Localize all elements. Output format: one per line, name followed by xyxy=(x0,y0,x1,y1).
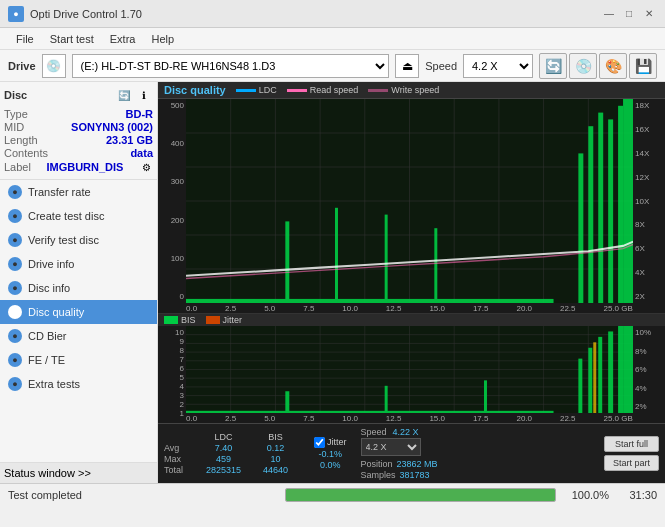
menu-extra[interactable]: Extra xyxy=(102,31,144,47)
samples-row: Samples 381783 xyxy=(361,470,438,480)
disc-refresh-icon[interactable]: 🔄 xyxy=(115,86,133,104)
svg-rect-46 xyxy=(484,380,487,413)
stats-header-row: LDC BIS xyxy=(164,432,304,442)
menu-help[interactable]: Help xyxy=(143,31,182,47)
x-20: 20.0 xyxy=(516,304,532,313)
jitter-legend: Jitter xyxy=(206,315,243,325)
bottom-chart-container: 10 9 8 7 6 5 4 3 2 1 xyxy=(158,326,665,413)
status-completed-text: Test completed xyxy=(8,489,277,501)
avg-jitter: -0.1% xyxy=(314,449,347,459)
cd-bier-icon: ● xyxy=(8,329,22,343)
svg-rect-17 xyxy=(385,215,388,303)
chart-title-bar: Disc quality LDC Read speed Write speed xyxy=(158,82,665,99)
max-bis: 10 xyxy=(253,454,298,464)
speed-position-section: Speed 4.22 X 4.2 X Position 23862 MB Sam… xyxy=(361,427,438,480)
mid-label: MID xyxy=(4,121,24,133)
speed-dropdown[interactable]: 4.2 X xyxy=(361,438,421,456)
x-2.5: 2.5 xyxy=(225,304,236,313)
status-window-button[interactable]: Status window >> xyxy=(4,467,153,479)
nav-item-disc-quality[interactable]: ● Disc quality xyxy=(0,300,157,324)
nav-item-transfer-rate[interactable]: ● Transfer rate xyxy=(0,180,157,204)
top-chart-panel: 500 400 300 200 100 0 xyxy=(158,99,665,313)
speed-label: Speed xyxy=(361,427,387,437)
jitter-section: Jitter -0.1% 0.0% xyxy=(314,437,347,471)
top-y-right: 18X 16X 14X 12X 10X 8X 6X 4X 2X xyxy=(633,99,665,303)
position-row: Position 23862 MB xyxy=(361,459,438,469)
start-part-button[interactable]: Start part xyxy=(604,455,659,471)
legend-write-speed: Write speed xyxy=(368,85,439,95)
max-jitter: 0.0% xyxy=(314,460,347,470)
bottom-chart-plot xyxy=(186,326,633,413)
y-0: 0 xyxy=(158,292,184,301)
menu-file[interactable]: File xyxy=(8,31,42,47)
toolbar-icons: 🔄 💿 🎨 💾 xyxy=(539,53,657,79)
x-10: 10.0 xyxy=(342,304,358,313)
svg-rect-48 xyxy=(588,348,592,413)
save-icon[interactable]: 💾 xyxy=(629,53,657,79)
disc-info-icon: ● xyxy=(8,281,22,295)
eject-button[interactable]: ⏏ xyxy=(395,54,419,78)
nav-label-verify-test-disc: Verify test disc xyxy=(28,234,99,246)
nav-item-cd-bier[interactable]: ● CD Bier xyxy=(0,324,157,348)
nav-item-fe-te[interactable]: ● FE / TE xyxy=(0,348,157,372)
drive-select[interactable]: (E:) HL-DT-ST BD-RE WH16NS48 1.D3 xyxy=(72,54,390,78)
mid-value: SONYNN3 (002) xyxy=(71,121,153,133)
svg-rect-44 xyxy=(285,391,289,413)
disc-length-row: Length 23.31 GB xyxy=(4,134,153,146)
type-value: BD-R xyxy=(126,108,154,120)
bottom-chart-title-bar: BIS Jitter xyxy=(158,314,665,326)
drive-icon[interactable]: 💿 xyxy=(42,54,66,78)
avg-bis: 0.12 xyxy=(253,443,298,453)
yr-16x: 16X xyxy=(635,125,665,134)
x-7.5: 7.5 xyxy=(303,304,314,313)
nav-item-create-test-disc[interactable]: ● Create test disc xyxy=(0,204,157,228)
menu-start-test[interactable]: Start test xyxy=(42,31,102,47)
jitter-checkbox[interactable] xyxy=(314,437,325,448)
legend-read-speed: Read speed xyxy=(287,85,359,95)
jitter-checkbox-row: Jitter xyxy=(314,437,347,448)
action-buttons: Start full Start part xyxy=(604,436,659,471)
ldc-color xyxy=(236,89,256,92)
nav-label-cd-bier: CD Bier xyxy=(28,330,67,342)
sidebar: Disc 🔄 ℹ Type BD-R MID SONYNN3 (002) Len… xyxy=(0,82,158,483)
nav-item-extra-tests[interactable]: ● Extra tests xyxy=(0,372,157,396)
x-15: 15.0 xyxy=(429,304,445,313)
bis-label: BIS xyxy=(181,315,196,325)
nav-item-disc-info[interactable]: ● Disc info xyxy=(0,276,157,300)
x-5: 5.0 xyxy=(264,304,275,313)
svg-rect-45 xyxy=(385,386,388,413)
label-icon[interactable]: ⚙ xyxy=(139,160,153,174)
progress-bar-container xyxy=(285,488,556,502)
close-button[interactable]: ✕ xyxy=(641,6,657,22)
nav-item-verify-test-disc[interactable]: ● Verify test disc xyxy=(0,228,157,252)
maximize-button[interactable]: □ xyxy=(621,6,637,22)
position-label: Position xyxy=(361,459,393,469)
disc-label-row: Label IMGBURN_DIS ⚙ xyxy=(4,160,153,174)
write-speed-color xyxy=(368,89,388,92)
start-full-button[interactable]: Start full xyxy=(604,436,659,452)
drivebar: Drive 💿 (E:) HL-DT-ST BD-RE WH16NS48 1.D… xyxy=(0,50,665,82)
nav-items: ● Transfer rate ● Create test disc ● Ver… xyxy=(0,180,157,462)
x-22.5: 22.5 xyxy=(560,304,576,313)
bottom-y-right: 10% 8% 6% 4% 2% xyxy=(633,326,665,413)
refresh-icon[interactable]: 🔄 xyxy=(539,53,567,79)
fe-te-icon: ● xyxy=(8,353,22,367)
main-content: Disc 🔄 ℹ Type BD-R MID SONYNN3 (002) Len… xyxy=(0,82,665,483)
palette-icon[interactable]: 🎨 xyxy=(599,53,627,79)
yr-18x: 18X xyxy=(635,101,665,110)
ldc-label: LDC xyxy=(259,85,277,95)
position-value: 23862 MB xyxy=(397,459,438,469)
nav-item-drive-info[interactable]: ● Drive info xyxy=(0,252,157,276)
minimize-button[interactable]: — xyxy=(601,6,617,22)
disc-icon[interactable]: 💿 xyxy=(569,53,597,79)
label-value: IMGBURN_DIS xyxy=(46,161,123,173)
speed-select[interactable]: 4.2 X xyxy=(463,54,533,78)
max-ldc: 459 xyxy=(196,454,251,464)
svg-rect-18 xyxy=(434,228,437,303)
titlebar-title: Opti Drive Control 1.70 xyxy=(30,8,142,20)
svg-rect-49 xyxy=(598,337,602,413)
titlebar-controls: — □ ✕ xyxy=(601,6,657,22)
disc-info-icon[interactable]: ℹ xyxy=(135,86,153,104)
disc-quality-icon: ● xyxy=(8,305,22,319)
contents-value: data xyxy=(130,147,153,159)
